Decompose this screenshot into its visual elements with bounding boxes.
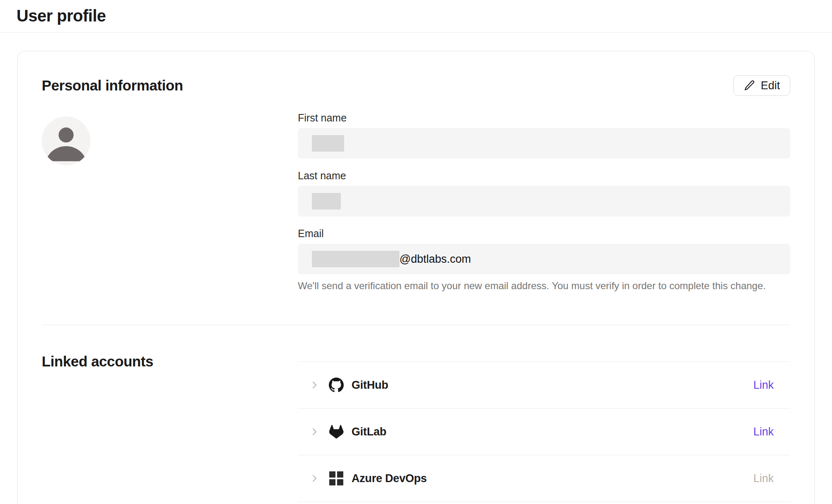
- personal-info-header: Personal information Edit: [42, 75, 790, 96]
- gitlab-link-action[interactable]: Link: [753, 426, 774, 438]
- personal-info-title: Personal information: [42, 76, 183, 95]
- page-title: User profile: [17, 5, 832, 26]
- profile-card: Personal information Edit: [17, 51, 815, 504]
- last-name-field: Last name: [298, 169, 790, 216]
- personal-fields: First name Last name Email @dbtlabs.: [298, 112, 790, 292]
- chevron-right-icon[interactable]: [309, 473, 319, 483]
- azure-devops-link-action: Link: [753, 472, 774, 485]
- edit-button-label: Edit: [761, 79, 780, 92]
- personal-info-body: First name Last name Email @dbtlabs.: [42, 112, 790, 292]
- person-silhouette-icon: [42, 116, 90, 165]
- account-name: GitHub: [352, 379, 388, 392]
- linked-accounts-title-column: Linked accounts: [42, 325, 298, 502]
- email-helper-text: We'll send a verification email to your …: [298, 279, 790, 292]
- github-link-action[interactable]: Link: [753, 379, 774, 392]
- account-row-gitlab[interactable]: GitLab Link: [298, 409, 790, 455]
- chevron-right-icon[interactable]: [309, 380, 319, 390]
- pencil-icon: [744, 80, 755, 91]
- github-icon: [328, 377, 344, 393]
- linked-accounts-section: Linked accounts GitHub: [42, 325, 790, 502]
- account-row-github[interactable]: GitHub Link: [298, 362, 790, 409]
- email-input[interactable]: @dbtlabs.com: [298, 244, 790, 274]
- account-name: GitLab: [352, 426, 386, 438]
- first-name-field: First name: [298, 112, 790, 159]
- last-name-label: Last name: [298, 169, 790, 182]
- avatar-column: [42, 112, 298, 292]
- email-label: Email: [298, 227, 790, 240]
- last-name-input[interactable]: [298, 186, 790, 216]
- redacted-last-name-value: [312, 193, 341, 209]
- linked-accounts-list: GitHub Link GitLab: [298, 361, 790, 502]
- redacted-email-local-part: [312, 251, 399, 267]
- first-name-label: First name: [298, 112, 790, 124]
- edit-button[interactable]: Edit: [733, 75, 790, 96]
- azure-devops-icon: [328, 471, 344, 486]
- account-name: Azure DevOps: [352, 472, 427, 485]
- first-name-input[interactable]: [298, 128, 790, 159]
- gitlab-icon: [328, 424, 344, 440]
- main-content: Personal information Edit: [0, 33, 832, 504]
- email-domain-suffix: @dbtlabs.com: [399, 253, 471, 266]
- redacted-first-name-value: [312, 135, 344, 152]
- chevron-right-icon[interactable]: [309, 427, 319, 437]
- account-row-azure-devops[interactable]: Azure DevOps Link: [298, 455, 790, 502]
- avatar[interactable]: [42, 116, 90, 165]
- page-header: User profile: [0, 0, 832, 33]
- email-field: Email @dbtlabs.com We'll send a verifica…: [298, 227, 790, 292]
- linked-accounts-title: Linked accounts: [42, 352, 298, 371]
